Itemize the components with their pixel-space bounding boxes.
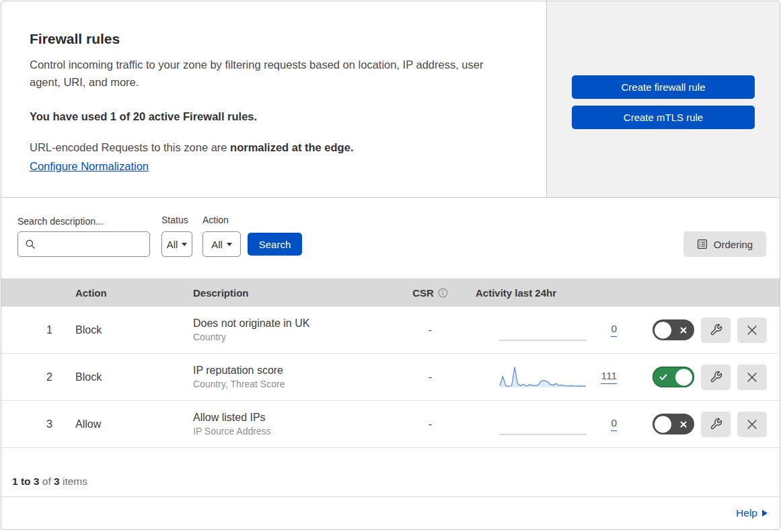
activity-cell: 0: [459, 307, 627, 353]
check-icon: [659, 373, 667, 381]
edit-rule-button[interactable]: [701, 317, 731, 343]
rule-priority: 3: [1, 418, 62, 430]
rule-controls: [627, 365, 780, 390]
rule-description: Does not originate in UK: [193, 317, 402, 330]
chevron-down-icon: [182, 243, 187, 246]
item-range: 1 to 3: [12, 476, 39, 487]
page-description: Control incoming traffic to your zone by…: [30, 56, 514, 91]
normalization-notice: URL-encoded Requests to this zone are no…: [30, 141, 353, 154]
item-total: 3: [54, 476, 60, 487]
delete-rule-button[interactable]: [737, 365, 767, 390]
rule-fields: Country: [193, 332, 402, 342]
filter-bar: Search description... Status Action All …: [1, 198, 780, 278]
search-icon: [25, 239, 36, 250]
csr-value: -: [402, 371, 459, 383]
ordering-button[interactable]: Ordering: [683, 231, 766, 257]
rule-action: Allow: [62, 418, 193, 430]
x-icon: [679, 420, 687, 428]
create-firewall-rule-button[interactable]: Create firewall rule: [572, 75, 755, 99]
help-label: Help: [736, 507, 757, 519]
activity-count-link[interactable]: 111: [601, 370, 617, 384]
description-column-header: Description: [193, 287, 402, 299]
search-label: Search description...: [17, 216, 104, 227]
rule-description-cell: Allow listed IPs IP Source Address: [193, 412, 402, 436]
help-link[interactable]: Help: [736, 507, 768, 519]
action-select-value: All: [211, 239, 223, 250]
of-text: of: [39, 476, 54, 487]
activity-count-link[interactable]: 0: [611, 323, 617, 337]
rule-priority: 1: [1, 324, 62, 336]
action-select[interactable]: All: [202, 231, 241, 257]
csr-header-label: CSR: [412, 287, 434, 299]
table-row: 2 Block IP reputation score Country, Thr…: [1, 354, 780, 401]
arrow-right-icon: [762, 510, 768, 517]
page-title: Firewall rules: [30, 31, 120, 47]
toggle-knob: [675, 369, 692, 385]
rule-enabled-toggle[interactable]: [653, 319, 694, 340]
toggle-knob: [655, 321, 671, 338]
activity-cell: 0: [459, 401, 627, 447]
activity-sparkline: [499, 364, 587, 391]
rule-enabled-toggle[interactable]: [653, 414, 694, 434]
rule-enabled-toggle[interactable]: [653, 367, 694, 387]
edit-rule-button[interactable]: [701, 365, 731, 390]
table-row: 3 Allow Allow listed IPs IP Source Addre…: [1, 401, 780, 448]
rule-priority: 2: [1, 371, 62, 383]
chevron-down-icon: [227, 243, 232, 246]
activity-sparkline: [499, 411, 587, 438]
rule-fields: IP Source Address: [193, 426, 402, 436]
close-icon: [746, 371, 758, 383]
rule-description-cell: Does not originate in UK Country: [193, 317, 402, 342]
rule-controls: [627, 317, 780, 343]
csr-value: -: [402, 324, 459, 336]
action-label: Action: [202, 215, 229, 225]
activity-sparkline: [499, 317, 587, 344]
rule-description: Allow listed IPs: [193, 412, 402, 424]
rule-action: Block: [62, 371, 193, 383]
status-label: Status: [161, 215, 188, 225]
table-header: Action Description CSR Activity last 24h…: [1, 278, 780, 307]
csr-value: -: [402, 418, 459, 430]
activity-count-link[interactable]: 0: [611, 417, 617, 431]
rule-action: Block: [62, 324, 193, 336]
ordering-button-label: Ordering: [714, 239, 753, 250]
configure-normalization-link[interactable]: Configure Normalization: [30, 160, 149, 173]
firewall-rules-card: Firewall rules Control incoming traffic …: [1, 1, 780, 530]
normalization-prefix: URL-encoded Requests to this zone are: [30, 141, 230, 153]
create-mtls-rule-button[interactable]: Create mTLS rule: [572, 106, 755, 129]
x-icon: [679, 326, 687, 334]
delete-rule-button[interactable]: [737, 317, 767, 343]
rule-description: IP reputation score: [193, 365, 402, 377]
help-row: Help: [1, 497, 780, 529]
status-select-value: All: [167, 239, 178, 250]
ordering-list-icon: [697, 239, 708, 250]
header-section: Firewall rules Control incoming traffic …: [1, 1, 780, 198]
toggle-knob: [655, 416, 671, 432]
rule-controls: [627, 412, 780, 437]
action-column-header: Action: [62, 287, 193, 299]
rule-description-cell: IP reputation score Country, Threat Scor…: [193, 365, 402, 389]
edit-rule-button[interactable]: [701, 412, 731, 437]
items-text: items: [60, 476, 87, 487]
wrench-icon: [710, 418, 722, 430]
rule-fields: Country, Threat Score: [193, 379, 402, 389]
search-button[interactable]: Search: [248, 233, 302, 256]
status-select[interactable]: All: [161, 231, 192, 257]
usage-notice: You have used 1 of 20 active Firewall ru…: [30, 110, 257, 123]
activity-cell: 111: [459, 354, 627, 400]
actions-panel: Create firewall rule Create mTLS rule: [547, 1, 780, 197]
activity-column-header: Activity last 24hr: [459, 287, 627, 299]
wrench-icon: [710, 371, 722, 383]
close-icon: [746, 324, 758, 336]
delete-rule-button[interactable]: [737, 412, 767, 437]
search-box: [17, 231, 150, 257]
csr-column-header: CSR: [402, 287, 459, 299]
search-input[interactable]: [41, 239, 149, 250]
pagination-summary: 1 to 3 of 3 items: [1, 448, 780, 497]
header-text-panel: Firewall rules Control incoming traffic …: [1, 1, 547, 197]
info-icon[interactable]: [438, 288, 448, 298]
normalization-bold: normalized at the edge.: [230, 141, 353, 153]
table-row: 1 Block Does not originate in UK Country…: [1, 307, 780, 354]
close-icon: [746, 418, 758, 430]
wrench-icon: [710, 324, 722, 336]
